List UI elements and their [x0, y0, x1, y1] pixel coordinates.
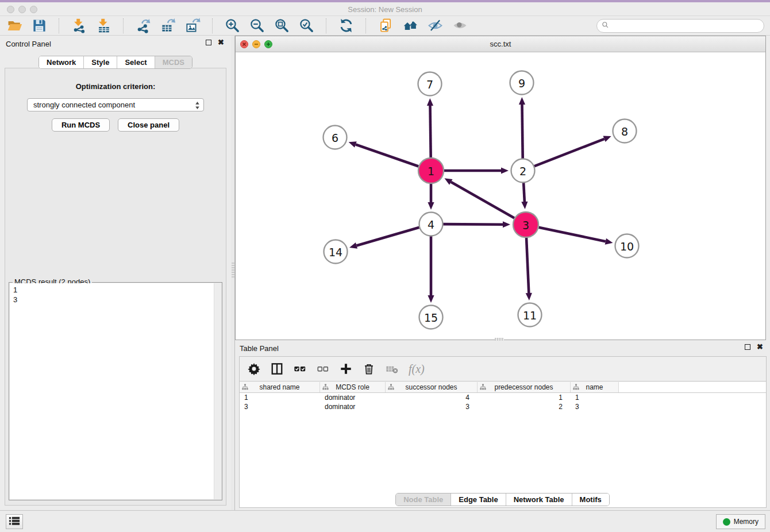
column-header-successor-nodes[interactable]: successor nodes: [386, 382, 478, 392]
import-network-icon[interactable]: [70, 17, 87, 34]
eye-icon[interactable]: [451, 17, 468, 34]
tab-network[interactable]: Network: [39, 56, 83, 68]
table-cell[interactable]: 3: [571, 402, 619, 411]
zoom-fit-icon[interactable]: [273, 17, 290, 34]
table-cell[interactable]: 3: [386, 402, 478, 411]
task-history-button[interactable]: [6, 514, 23, 529]
export-image-icon[interactable]: [184, 17, 201, 34]
split-columns-icon[interactable]: [271, 363, 283, 375]
tab-style[interactable]: Style: [83, 56, 117, 68]
export-table-icon[interactable]: [159, 17, 176, 34]
graph-node-9[interactable]: 9: [510, 71, 534, 95]
float-table-panel-icon[interactable]: [745, 344, 750, 350]
table-toolbar: f(x): [240, 357, 766, 381]
graph-edge-1-6[interactable]: [349, 141, 419, 166]
save-session-icon[interactable]: [30, 17, 48, 34]
graph-node-6[interactable]: 6: [324, 126, 347, 149]
graph-edge-1-4[interactable]: [428, 184, 434, 210]
memory-status-icon: [723, 518, 730, 526]
column-header-MCDS-role[interactable]: MCDS role: [320, 382, 386, 392]
graph-node-11[interactable]: 11: [518, 303, 542, 327]
graph-edge-3-1[interactable]: [444, 178, 514, 218]
mcds-result-text: 13: [10, 283, 221, 306]
column-header-name[interactable]: name: [571, 382, 619, 392]
settings-gear-icon[interactable]: [248, 363, 260, 375]
table-cell[interactable]: dominator: [320, 393, 386, 402]
table-row[interactable]: 3dominator323: [240, 402, 766, 411]
add-column-icon[interactable]: [340, 363, 352, 375]
select-all-icon[interactable]: [294, 363, 306, 375]
graph-edge-3-11[interactable]: [526, 238, 532, 300]
close-panel-icon[interactable]: ✖: [218, 40, 224, 45]
result-scrollbar[interactable]: [214, 283, 221, 499]
graph-edge-1-2[interactable]: [444, 167, 509, 174]
column-header-predecessor-nodes[interactable]: predecessor nodes: [478, 382, 571, 392]
graph-edge-1-7[interactable]: [427, 98, 433, 157]
os-titlebar: Session: New Session: [0, 0, 770, 16]
graph-node-7[interactable]: 7: [418, 72, 442, 96]
tab-network-table[interactable]: Network Table: [506, 494, 572, 506]
delete-column-icon[interactable]: [363, 363, 375, 375]
graph-node-2[interactable]: 2: [511, 159, 535, 183]
deselect-all-icon[interactable]: [317, 363, 329, 375]
graph-node-4[interactable]: 4: [419, 213, 443, 236]
splitter-grip[interactable]: [232, 263, 234, 277]
graph-node-8[interactable]: 8: [613, 119, 637, 143]
graph-edge-4-14[interactable]: [349, 228, 419, 249]
graph-edge-2-3[interactable]: [521, 183, 528, 209]
eye-slash-icon[interactable]: [426, 17, 444, 34]
graph-edge-4-15[interactable]: [428, 236, 434, 303]
graph-node-14[interactable]: 14: [324, 240, 348, 264]
svg-text:1: 1: [428, 165, 434, 178]
table-cell[interactable]: 2: [478, 402, 571, 411]
network-canvas[interactable]: 1234678910111415: [236, 52, 765, 340]
run-mcds-button[interactable]: Run MCDS: [52, 118, 110, 132]
graph-edge-2-9[interactable]: [519, 97, 525, 159]
tab-mcds[interactable]: MCDS: [155, 56, 192, 68]
close-table-panel-icon[interactable]: ✖: [757, 344, 763, 350]
table-cell[interactable]: 4: [386, 393, 478, 402]
column-type-icon: [480, 384, 486, 392]
optimization-criterion-select[interactable]: strongly connected component: [27, 98, 204, 111]
toolbar-separator: [123, 18, 124, 33]
table-cell[interactable]: 1: [478, 393, 571, 402]
tab-motifs[interactable]: Motifs: [572, 494, 609, 506]
tab-edge-table[interactable]: Edge Table: [451, 494, 505, 506]
svg-text:4: 4: [428, 218, 434, 231]
svg-text:14: 14: [329, 246, 342, 259]
graph-node-15[interactable]: 15: [419, 306, 443, 329]
graph-node-10[interactable]: 10: [615, 234, 639, 258]
graph-edge-2-8[interactable]: [534, 136, 611, 167]
tab-node-table[interactable]: Node Table: [396, 494, 451, 506]
column-header-shared-name[interactable]: shared name: [240, 382, 320, 392]
dropdown-stepper-icon: [195, 101, 200, 111]
table-cell[interactable]: 1: [240, 393, 320, 402]
graph-node-3[interactable]: 3: [513, 212, 538, 237]
refresh-icon[interactable]: [337, 17, 355, 34]
tab-select[interactable]: Select: [117, 56, 154, 68]
open-file-icon[interactable]: [6, 17, 23, 34]
import-table-icon[interactable]: [95, 17, 112, 34]
node-table: shared nameMCDS rolesuccessor nodesprede…: [240, 382, 766, 507]
home-icon[interactable]: [402, 17, 419, 34]
network-window-titlebar[interactable]: scc.txt: [236, 36, 765, 52]
clone-network-icon[interactable]: [377, 17, 394, 34]
table-row[interactable]: 1dominator411: [240, 393, 766, 402]
graph-node-1[interactable]: 1: [418, 158, 444, 183]
table-cell[interactable]: 3: [240, 402, 320, 411]
table-cell[interactable]: dominator: [320, 402, 386, 411]
search-input[interactable]: [611, 21, 764, 31]
export-network-icon[interactable]: [134, 17, 152, 34]
zoom-in-icon[interactable]: [224, 17, 241, 34]
float-panel-icon[interactable]: [206, 40, 211, 45]
vertical-splitter[interactable]: [231, 36, 235, 510]
graph-edge-3-10[interactable]: [539, 228, 613, 245]
optimization-criterion-label: Optimization criterion:: [5, 82, 226, 91]
zoom-selected-icon[interactable]: [298, 17, 315, 34]
memory-button[interactable]: Memory: [716, 514, 765, 529]
zoom-out-icon[interactable]: [248, 17, 265, 34]
search-box[interactable]: [596, 19, 764, 33]
close-panel-button[interactable]: Close panel: [118, 118, 179, 132]
graph-edge-4-3[interactable]: [443, 221, 510, 228]
table-cell[interactable]: 1: [571, 393, 619, 402]
